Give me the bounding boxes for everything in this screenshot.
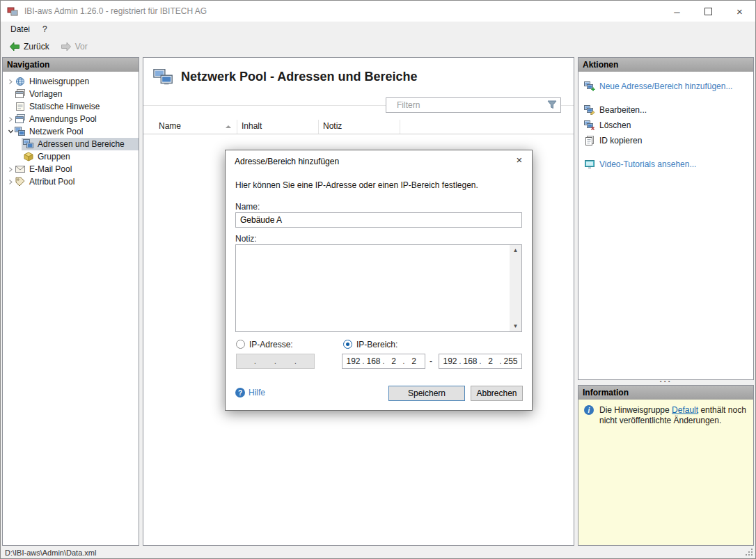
chevron-right-icon[interactable]	[6, 179, 15, 185]
action-add-address[interactable]: Neue Adresse/Bereich hinzufügen...	[578, 79, 753, 94]
titlebar: IBI-aws Admin 1.26.0 - registriert für I…	[1, 1, 755, 22]
help-label: Hilfe	[249, 388, 265, 397]
ip-segment[interactable]: 168	[365, 356, 382, 366]
column-header-notiz[interactable]: Notiz	[319, 120, 400, 134]
ip-address-radio[interactable]	[236, 340, 245, 349]
note-field[interactable]: ▲ ▼	[235, 244, 522, 332]
name-input[interactable]	[235, 212, 522, 228]
name-label: Name:	[235, 202, 260, 212]
ip-range-to-input[interactable]: 192.168.2.255	[439, 354, 522, 369]
app-icon	[7, 6, 18, 17]
sidebar-item-label: Netzwerk Pool	[29, 127, 83, 136]
ip-segment[interactable]: 192	[442, 356, 459, 366]
ip-range-label: IP-Bereich:	[356, 340, 397, 349]
filter-input[interactable]	[386, 97, 561, 113]
action-label: Neue Adresse/Bereich hinzufügen...	[599, 81, 732, 91]
edit-icon	[584, 104, 595, 116]
navigation-header: Navigation	[3, 58, 139, 72]
sidebar-item-label: Statische Hinweise	[29, 102, 100, 111]
close-button[interactable]: ×	[724, 1, 755, 22]
status-bar: D:\IBI-aws\Admin\Data.xml	[1, 546, 755, 558]
sidebar-item-netzwerk-pool[interactable]: Netzwerk Pool	[3, 125, 139, 138]
sidebar-item-label: Vorlagen	[29, 89, 62, 99]
ip-address-input: ...	[236, 354, 315, 369]
addresses-ranges-icon	[23, 139, 34, 150]
attribute-pool-icon	[15, 176, 26, 187]
menu-bar: Datei ?	[1, 22, 755, 37]
ip-address-label: IP-Adresse:	[249, 340, 293, 349]
delete-icon	[584, 120, 595, 131]
sidebar-item-attribut-pool[interactable]: Attribut Pool	[3, 175, 139, 188]
sidebar-item-gruppen[interactable]: Gruppen	[22, 150, 139, 163]
information-message: i Die Hinweisgruppe Default enthält noch…	[578, 400, 753, 426]
cancel-button[interactable]: Abbrechen	[471, 386, 523, 401]
information-panel: Information i Die Hinweisgruppe Default …	[578, 385, 754, 546]
add-address-dialog: Adresse/Bereich hinzufügen × Hier können…	[225, 150, 533, 411]
scroll-down-icon[interactable]: ▼	[510, 321, 521, 331]
sidebar-item-label: Attribut Pool	[29, 177, 74, 187]
dialog-close-button[interactable]: ×	[507, 150, 532, 168]
actions-header: Aktionen	[578, 58, 753, 72]
sidebar-item-adressen-und-bereiche[interactable]: Adressen und Bereiche	[22, 138, 139, 150]
help-icon: ?	[235, 388, 245, 397]
copy-id-icon	[584, 135, 595, 146]
column-label: Name	[159, 121, 181, 131]
help-link[interactable]: ? Hilfe	[235, 388, 265, 397]
dialog-description: Hier können Sie eine IP-Adresse oder ein…	[235, 180, 478, 190]
actions-panel: Aktionen Neue Adresse/Bereich hinzufügen…	[578, 57, 754, 380]
save-button[interactable]: Speichern	[388, 386, 465, 401]
sidebar-item-label: Anwendungs Pool	[29, 114, 97, 124]
list-column-header-row: Name Inhalt Notiz	[143, 120, 574, 134]
chevron-right-icon[interactable]	[6, 116, 15, 123]
sidebar-item-anwendungs-pool[interactable]: Anwendungs Pool	[3, 113, 139, 125]
groups-icon	[23, 151, 34, 162]
forward-label: Vor	[75, 42, 88, 52]
menu-datei[interactable]: Datei	[4, 23, 36, 36]
window-title: IBI-aws Admin 1.26.0 - registriert für I…	[24, 6, 207, 16]
resize-grip-icon[interactable]	[745, 548, 754, 557]
action-delete[interactable]: Löschen	[578, 118, 753, 133]
back-button[interactable]: Zurück	[4, 39, 54, 54]
ip-range-from-input[interactable]: 192.168.2.2	[342, 354, 425, 369]
chevron-right-icon[interactable]	[6, 166, 15, 173]
note-textarea[interactable]	[236, 245, 521, 331]
sidebar-item-hinweisgruppen[interactable]: Hinweisgruppen	[3, 75, 139, 88]
note-scrollbar[interactable]: ▲ ▼	[510, 245, 521, 331]
forward-button[interactable]: Vor	[56, 39, 93, 54]
toolbar: Zurück Vor	[1, 37, 755, 56]
chevron-right-icon[interactable]	[6, 79, 15, 85]
filter-icon[interactable]	[547, 100, 557, 109]
ip-segment[interactable]: 2	[482, 356, 499, 366]
radio-selected-dot	[346, 343, 349, 346]
action-edit[interactable]: Bearbeiten...	[578, 102, 753, 118]
ip-segment[interactable]: 192	[345, 356, 362, 366]
sidebar-item-label: E-Mail Pool	[29, 164, 72, 174]
ip-segment[interactable]: 255	[503, 356, 519, 366]
ip-segment[interactable]: 2	[386, 356, 402, 366]
maximize-button[interactable]	[693, 1, 724, 22]
ip-dot: .	[253, 356, 257, 366]
sidebar-item-vorlagen[interactable]: Vorlagen	[3, 88, 139, 100]
sidebar-item-email-pool[interactable]: E-Mail Pool	[3, 163, 139, 175]
navigation-tree: Hinweisgruppen Vorlagen Statische Hinwei…	[3, 72, 139, 188]
minimize-button[interactable]: –	[661, 1, 693, 22]
default-group-link[interactable]: Default	[672, 405, 698, 415]
note-label: Notiz:	[235, 234, 257, 244]
column-header-name[interactable]: Name	[143, 120, 237, 134]
chevron-down-icon[interactable]	[6, 129, 15, 134]
scroll-up-icon[interactable]: ▲	[510, 245, 521, 255]
column-header-inhalt[interactable]: Inhalt	[237, 120, 319, 134]
action-copy-id[interactable]: ID kopieren	[578, 133, 753, 148]
video-tutorials-icon	[584, 159, 595, 170]
ip-segment[interactable]: 168	[462, 356, 479, 366]
static-hints-icon	[15, 101, 26, 112]
menu-help[interactable]: ?	[36, 23, 54, 36]
action-video-tutorials[interactable]: Video-Tutorials ansehen...	[578, 157, 753, 172]
panel-splitter[interactable]: ···	[578, 380, 754, 385]
ip-segment[interactable]: 2	[406, 356, 423, 366]
sidebar-item-statische-hinweise[interactable]: Statische Hinweise	[3, 100, 139, 113]
ip-range-radio[interactable]	[343, 340, 352, 349]
action-label: ID kopieren	[599, 136, 642, 145]
hint-groups-icon	[15, 76, 26, 87]
minimize-icon: –	[674, 6, 679, 17]
